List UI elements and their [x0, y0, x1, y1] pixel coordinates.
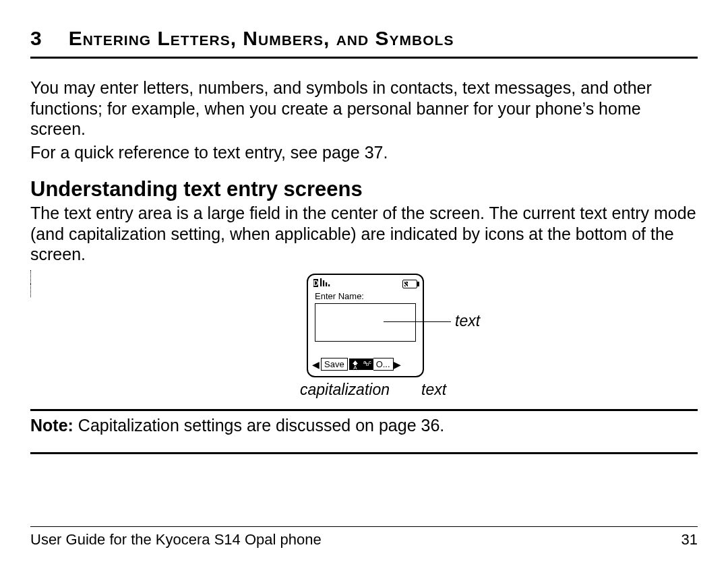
page-footer: User Guide for the Kyocera S14 Opal phon…	[30, 526, 698, 549]
svg-text:D: D	[313, 280, 318, 287]
chapter-number: 3	[30, 27, 42, 50]
callout-capitalization-label: capitalization	[300, 381, 390, 399]
phone-screen: D Enter Name: ◀ Save A	[307, 274, 424, 377]
text-mode-icon: abc	[361, 358, 373, 370]
chapter-heading: 3 Entering Letters, Numbers, and Symbols	[30, 20, 698, 54]
intro-paragraph-1: You may enter letters, numbers, and symb…	[30, 77, 698, 139]
callout-text-label: text	[455, 312, 480, 330]
note-label: Note:	[30, 416, 73, 435]
chapter-title: Entering Letters, Numbers, and Symbols	[69, 27, 454, 50]
right-arrow-icon: ▶	[394, 359, 401, 370]
heading-rule	[30, 57, 698, 59]
field-label: Enter Name:	[315, 291, 364, 301]
text-entry-field	[315, 303, 416, 342]
intro-block: You may enter letters, numbers, and symb…	[30, 77, 698, 162]
footer-page-number: 31	[681, 531, 698, 549]
softkey-options: O...	[373, 358, 394, 371]
figure: D Enter Name: ◀ Save A	[30, 270, 698, 405]
callout-leader-line	[384, 321, 451, 323]
left-arrow-icon: ◀	[312, 359, 320, 370]
note-rule-top	[30, 409, 698, 411]
note-body: Capitalization settings are discussed on…	[73, 416, 444, 435]
footer-left: User Guide for the Kyocera S14 Opal phon…	[30, 531, 322, 549]
battery-icon	[402, 280, 417, 288]
note-rule-bottom	[30, 452, 698, 454]
callout-text2-label: text	[421, 381, 446, 399]
svg-rect-4	[326, 282, 327, 286]
status-bar: D	[313, 278, 417, 289]
softkey-row: ◀ Save A abc O... ▶	[312, 357, 419, 372]
capitalization-icon: A	[349, 358, 361, 370]
mode-icons: A abc	[349, 358, 373, 370]
svg-rect-5	[328, 284, 330, 286]
note-paragraph: Note: Capitalization settings are discus…	[30, 415, 698, 435]
signal-icon: D	[313, 278, 335, 288]
svg-rect-2	[320, 278, 322, 286]
svg-text:A: A	[353, 365, 357, 370]
section-body: The text entry area is a large field in …	[30, 203, 698, 265]
svg-rect-3	[323, 280, 324, 286]
softkey-save: Save	[321, 358, 348, 371]
intro-paragraph-2: For a quick reference to text entry, see…	[30, 142, 698, 163]
section-heading: Understanding text entry screens	[30, 177, 698, 201]
